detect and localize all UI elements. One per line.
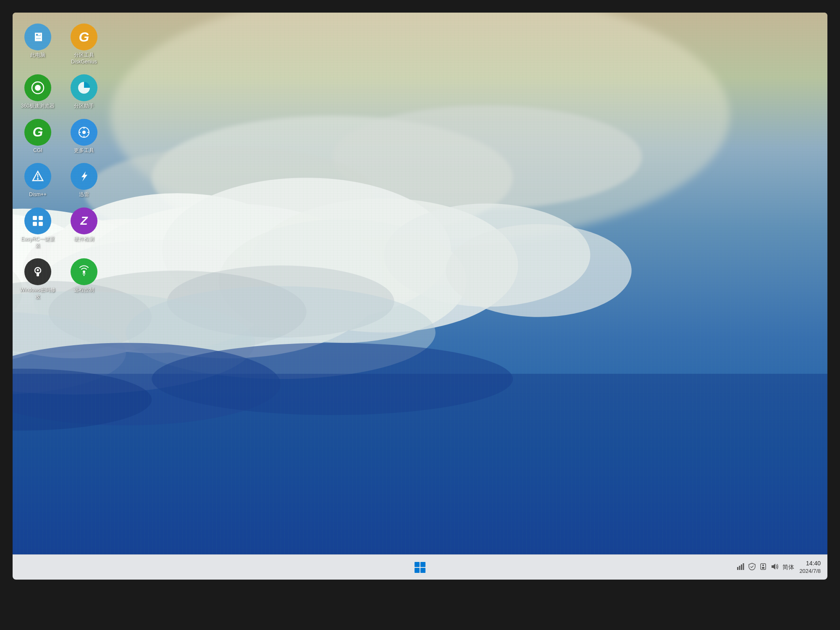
svg-marker-57 (772, 564, 775, 570)
volume-icon[interactable] (771, 563, 778, 572)
svg-marker-40 (81, 171, 87, 181)
icon-hardware[interactable]: Z 硬件检测 (63, 205, 105, 252)
icon-remote[interactable]: 远程控制 (63, 256, 105, 302)
svg-rect-55 (762, 567, 764, 569)
svg-rect-52 (741, 564, 742, 570)
easyrc-label: EasyRC一键重装 (19, 236, 57, 249)
icon-row-4: Dism++ 迅雷 (17, 160, 105, 201)
system-tray: 简体 (737, 563, 794, 572)
hardware-label: 硬件检测 (74, 236, 94, 243)
taskbar-center (411, 558, 429, 577)
taskbar-right: 简体 14:40 2024/7/8 (737, 559, 827, 575)
clock[interactable]: 14:40 2024/7/8 (799, 559, 821, 575)
windows-logo (415, 562, 425, 573)
svg-rect-44 (39, 222, 43, 226)
svg-point-27 (152, 343, 513, 415)
icon-row-5: EasyRC一键重装 Z 硬件检测 (17, 205, 105, 252)
360browser-label: 360极速浏览器 (21, 103, 55, 110)
explorer-icon: 🖥 (24, 24, 51, 50)
dism-icon (24, 163, 51, 190)
easyrc-icon (24, 207, 51, 234)
icon-diskgenius[interactable]: G 分区工具DiskGenius (63, 21, 105, 68)
svg-point-47 (37, 269, 39, 271)
svg-point-18 (446, 224, 631, 317)
360browser-icon (24, 74, 51, 101)
network-icon[interactable] (737, 563, 744, 572)
winpass-icon (24, 258, 51, 285)
svg-point-32 (82, 131, 86, 134)
remote-label: 远程控制 (74, 287, 94, 294)
icon-cgi[interactable]: G CGI (17, 116, 59, 157)
cgi-icon: G (24, 119, 51, 146)
drive-icon[interactable] (760, 563, 766, 572)
moretools-label: 更多工具 (74, 147, 94, 154)
thunder-label: 迅雷 (79, 192, 89, 198)
icon-row-6: Windows密码修改 远程控制 (17, 256, 105, 302)
partition-icon (71, 74, 97, 101)
icon-moretools[interactable]: 更多工具 (63, 116, 105, 157)
language-indicator[interactable]: 简体 (782, 564, 794, 571)
icon-dism[interactable]: Dism++ (17, 160, 59, 201)
taskbar: 简体 14:40 2024/7/8 (13, 554, 827, 580)
icon-easyrc[interactable]: EasyRC一键重装 (17, 205, 59, 252)
icon-winpass[interactable]: Windows密码修改 (17, 256, 59, 302)
svg-rect-50 (737, 567, 738, 570)
monitor: 🖥 此电脑 G 分区工具DiskGenius 360极速浏览器 (13, 13, 827, 580)
diskgenius-label: 分区工具DiskGenius (71, 52, 97, 65)
hardware-icon: Z (71, 207, 97, 234)
icon-thunder[interactable]: 迅雷 (63, 160, 105, 201)
moretools-icon (71, 119, 97, 146)
explorer-label: 此电脑 (30, 52, 45, 59)
desktop: 🖥 此电脑 G 分区工具DiskGenius 360极速浏览器 (13, 13, 827, 554)
icon-explorer[interactable]: 🖥 此电脑 (17, 21, 59, 68)
diskgenius-icon: G (71, 24, 97, 50)
date-display: 2024/7/8 (799, 567, 821, 575)
partition-label: 分区助手 (74, 103, 94, 110)
time-display: 14:40 (799, 559, 821, 568)
icon-360browser[interactable]: 360极速浏览器 (17, 72, 59, 112)
svg-rect-42 (39, 216, 43, 220)
icon-partition[interactable]: 分区助手 (63, 72, 105, 112)
dism-label: Dism++ (29, 192, 46, 198)
shield-icon[interactable] (748, 563, 756, 572)
cgi-label: CGI (33, 147, 42, 154)
svg-point-30 (35, 85, 41, 91)
icon-row-3: G CGI 更多工具 (17, 116, 105, 157)
svg-rect-51 (739, 566, 740, 570)
svg-rect-41 (33, 216, 37, 220)
svg-point-39 (37, 178, 39, 180)
icon-row-1: 🖥 此电脑 G 分区工具DiskGenius (17, 21, 105, 68)
icon-row-2: 360极速浏览器 分区助手 (17, 72, 105, 112)
winpass-label: Windows密码修改 (19, 287, 57, 300)
svg-rect-46 (37, 272, 39, 276)
svg-rect-43 (33, 222, 37, 226)
svg-rect-53 (743, 563, 744, 570)
svg-point-56 (762, 564, 764, 566)
remote-icon (71, 258, 97, 285)
thunder-icon (71, 163, 97, 190)
start-button[interactable] (411, 558, 429, 577)
desktop-icons: 🖥 此电脑 G 分区工具DiskGenius 360极速浏览器 (17, 21, 105, 302)
